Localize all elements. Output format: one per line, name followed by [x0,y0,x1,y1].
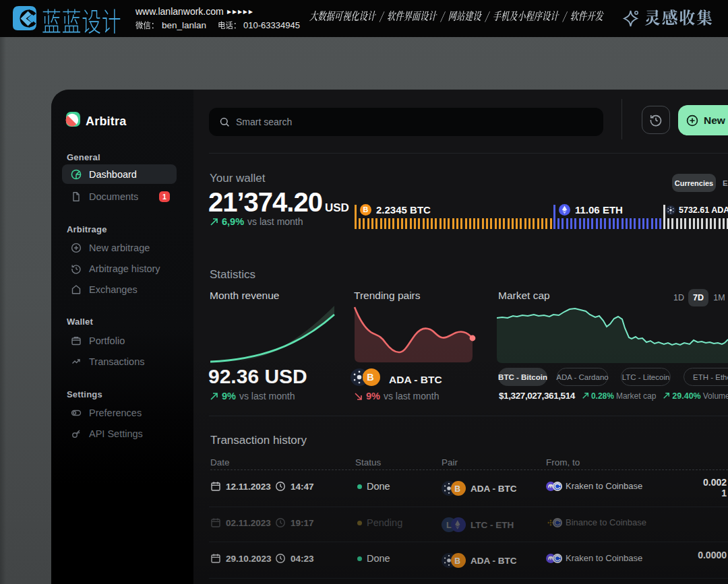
svg-text:B: B [454,484,460,494]
svg-text:B: B [454,556,460,566]
svg-text:B: B [367,372,373,383]
svg-text:B: B [363,205,369,214]
